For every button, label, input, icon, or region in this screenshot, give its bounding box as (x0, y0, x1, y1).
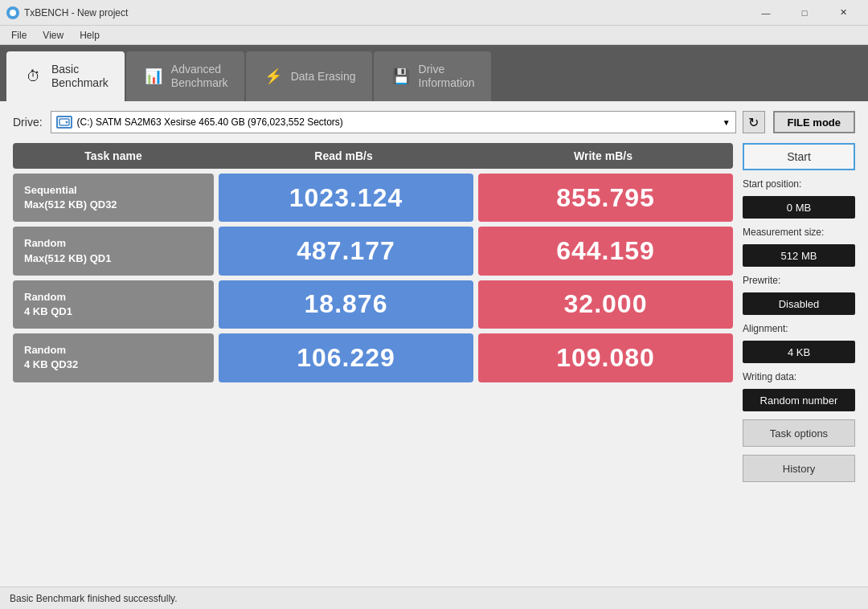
header-read: Read mB/s (214, 143, 473, 169)
tab-basic-benchmark[interactable]: ⏱ Basic Benchmark (6, 51, 125, 101)
read-value-2: 18.876 (219, 280, 473, 329)
write-value-3: 109.080 (478, 333, 733, 382)
alignment-value: 4 KB (743, 341, 855, 363)
advanced-benchmark-icon: 📊 (142, 65, 165, 88)
read-value-0: 1023.124 (219, 174, 473, 222)
basic-benchmark-icon: ⏱ (23, 65, 45, 88)
menu-view[interactable]: View (35, 28, 72, 43)
read-value-1: 487.177 (219, 227, 473, 275)
tab-drive-info-label-line1: Drive (419, 63, 475, 76)
tab-advanced-benchmark[interactable]: 📊 Advanced Benchmark (126, 51, 244, 101)
maximize-button[interactable]: □ (786, 0, 823, 26)
task-name-3: Random 4 KB QD32 (13, 333, 214, 382)
minimize-button[interactable]: — (747, 0, 784, 26)
main-content: Drive: (C:) SATM SA2M63 Xesirse 465.40 G… (0, 101, 868, 587)
drive-icon (56, 116, 72, 129)
close-button[interactable]: ✕ (825, 0, 862, 26)
tab-data-erasing-label: Data Erasing (291, 70, 356, 84)
menu-file[interactable]: File (3, 28, 35, 43)
refresh-button[interactable]: ↻ (743, 111, 765, 133)
app-icon (6, 6, 19, 19)
table-header: Task name Read mB/s Write mB/s (13, 143, 733, 169)
status-text: Basic Benchmark finished successfully. (10, 593, 178, 604)
status-bar: Basic Benchmark finished successfully. (0, 587, 868, 609)
menu-help[interactable]: Help (72, 28, 108, 43)
history-button[interactable]: History (743, 455, 855, 482)
header-task-name: Task name (13, 143, 214, 169)
window-controls: — □ ✕ (747, 0, 862, 26)
tab-basic-benchmark-label-line2: Benchmark (51, 76, 108, 90)
task-name-1: Random Max(512 KB) QD1 (13, 227, 214, 275)
drive-information-icon: 💾 (390, 65, 412, 88)
dropdown-arrow-icon: ▼ (723, 118, 731, 127)
read-value-3: 106.229 (219, 333, 473, 382)
window-title: TxBENCH - New project (24, 7, 747, 18)
menu-bar: File View Help (0, 26, 868, 45)
drive-select-container: (C:) SATM SA2M63 Xesirse 465.40 GB (976,… (51, 111, 765, 133)
start-button[interactable]: Start (743, 143, 855, 170)
drive-bar: Drive: (C:) SATM SA2M63 Xesirse 465.40 G… (13, 111, 855, 133)
title-bar: TxBENCH - New project — □ ✕ (0, 0, 868, 26)
tab-data-erasing[interactable]: ⚡ Data Erasing (246, 51, 372, 101)
start-position-label: Start position: (743, 178, 855, 190)
table-row: Random 4 KB QD1 18.876 32.000 (13, 280, 733, 329)
write-value-2: 32.000 (478, 280, 733, 329)
refresh-icon: ↻ (748, 115, 759, 130)
svg-point-0 (10, 10, 16, 16)
task-options-button[interactable]: Task options (743, 419, 855, 447)
writing-data-label: Writing data: (743, 371, 855, 382)
header-write: Write mB/s (473, 143, 733, 169)
start-position-value: 0 MB (743, 196, 855, 219)
alignment-label: Alignment: (743, 323, 855, 334)
benchmark-table: Task name Read mB/s Write mB/s Sequentia… (13, 143, 733, 482)
file-mode-button[interactable]: FILE mode (773, 111, 855, 133)
benchmark-container: Task name Read mB/s Write mB/s Sequentia… (13, 143, 855, 482)
drive-selected-text: (C:) SATM SA2M63 Xesirse 465.40 GB (976,… (77, 116, 343, 128)
measurement-size-value: 512 MB (743, 244, 855, 267)
prewrite-label: Prewrite: (743, 275, 855, 286)
drive-select[interactable]: (C:) SATM SA2M63 Xesirse 465.40 GB (976,… (51, 111, 736, 133)
table-row: Sequential Max(512 KB) QD32 1023.124 855… (13, 174, 733, 222)
prewrite-button[interactable]: Disabled (743, 292, 855, 315)
data-erasing-icon: ⚡ (262, 65, 285, 88)
svg-point-2 (65, 121, 68, 124)
task-name-0: Sequential Max(512 KB) QD32 (13, 174, 214, 222)
table-row: Random 4 KB QD32 106.229 109.080 (13, 333, 733, 382)
tab-basic-benchmark-label-line1: Basic (51, 63, 108, 76)
tab-advanced-benchmark-label-line2: Benchmark (171, 76, 228, 90)
task-name-2: Random 4 KB QD1 (13, 280, 214, 329)
right-panel: Start Start position: 0 MB Measurement s… (743, 143, 855, 482)
tab-drive-information[interactable]: 💾 Drive Information (374, 51, 491, 101)
tab-drive-info-label-line2: Information (419, 76, 475, 90)
write-value-0: 855.795 (478, 174, 733, 222)
writing-data-button[interactable]: Random number (743, 389, 855, 411)
write-value-1: 644.159 (478, 227, 733, 275)
tab-bar: ⏱ Basic Benchmark 📊 Advanced Benchmark ⚡… (0, 45, 868, 101)
measurement-size-label: Measurement size: (743, 227, 855, 238)
table-row: Random Max(512 KB) QD1 487.177 644.159 (13, 227, 733, 275)
drive-label: Drive: (13, 116, 43, 129)
tab-advanced-benchmark-label-line1: Advanced (171, 63, 228, 76)
